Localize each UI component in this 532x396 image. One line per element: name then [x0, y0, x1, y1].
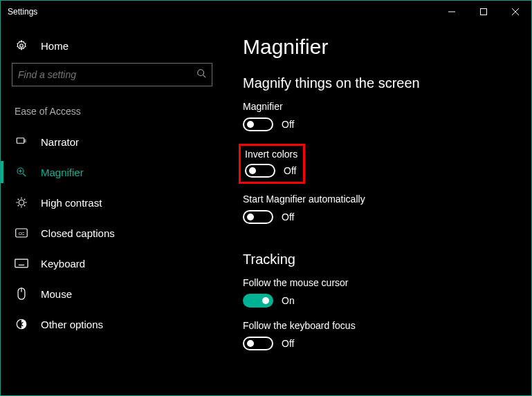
setting-follow-mouse: Follow the mouse cursor On [243, 277, 517, 308]
svg-line-9 [23, 173, 26, 176]
titlebar: Settings [1, 1, 531, 23]
toggle-row: Off [243, 117, 517, 131]
setting-label: Start Magnifier automatically [243, 194, 517, 205]
svg-point-5 [198, 70, 204, 76]
setting-label: Magnifier [243, 101, 517, 112]
high-contrast-icon [15, 196, 28, 209]
follow-keyboard-toggle[interactable] [243, 337, 273, 350]
sidebar: Home Ease of Access Narrator Magnifier [1, 23, 222, 395]
keyboard-icon [15, 258, 28, 268]
toggle-state: Off [282, 338, 294, 349]
toggle-row: On [243, 294, 517, 308]
sidebar-item-narrator[interactable]: Narrator [12, 126, 222, 157]
narrator-icon [15, 135, 28, 148]
window-title: Settings [8, 7, 436, 17]
content: Home Ease of Access Narrator Magnifier [1, 23, 531, 395]
sidebar-item-magnifier[interactable]: Magnifier [12, 157, 222, 187]
svg-line-17 [18, 199, 19, 200]
svg-line-19 [18, 205, 19, 207]
mouse-icon [15, 287, 28, 300]
svg-rect-7 [17, 138, 24, 144]
sidebar-item-other-options[interactable]: Other options [12, 309, 222, 339]
svg-line-6 [203, 75, 206, 78]
minimize-button[interactable] [436, 1, 468, 23]
page-title: Magnifier [243, 35, 517, 59]
closed-captions-icon: CC [15, 228, 28, 238]
toggle-state: On [282, 295, 295, 306]
sidebar-item-label: Magnifier [41, 167, 84, 178]
toggle-row: Off [245, 164, 297, 178]
setting-label: Follow the keyboard focus [243, 320, 517, 331]
home-label: Home [41, 40, 68, 52]
toggle-state: Off [284, 165, 296, 176]
follow-mouse-toggle[interactable] [243, 294, 273, 308]
search-icon [196, 68, 206, 81]
main-panel: Magnifier Magnify things on the screen M… [222, 23, 531, 395]
sidebar-item-label: Closed captions [41, 227, 115, 239]
sidebar-item-label: Narrator [41, 136, 79, 148]
svg-line-20 [24, 199, 26, 200]
svg-point-4 [20, 44, 24, 48]
close-button[interactable] [499, 1, 531, 23]
setting-magnifier: Magnifier Off [243, 101, 517, 131]
toggle-row: Off [243, 337, 517, 350]
auto-start-toggle[interactable] [243, 210, 273, 224]
toggle-state: Off [282, 119, 294, 130]
maximize-button[interactable] [468, 1, 499, 23]
magnifier-icon [15, 166, 28, 178]
sidebar-item-closed-captions[interactable]: CC Closed captions [12, 218, 222, 248]
setting-auto-start: Start Magnifier automatically Off [243, 194, 517, 224]
svg-line-18 [24, 205, 26, 207]
other-options-icon [15, 318, 28, 330]
sidebar-item-label: High contrast [41, 197, 102, 209]
home-button[interactable]: Home [12, 34, 222, 63]
toggle-state: Off [282, 211, 294, 223]
invert-colors-toggle[interactable] [245, 164, 275, 178]
setting-label: Invert colors [245, 149, 297, 160]
section-title-tracking: Tracking [243, 252, 517, 267]
sidebar-item-high-contrast[interactable]: High contrast [12, 187, 222, 218]
svg-rect-1 [481, 9, 487, 15]
setting-label: Follow the mouse cursor [243, 277, 517, 288]
magnifier-toggle[interactable] [243, 117, 273, 131]
setting-follow-keyboard: Follow the keyboard focus Off [243, 320, 517, 350]
sidebar-item-label: Keyboard [41, 258, 85, 270]
sidebar-item-mouse[interactable]: Mouse [12, 279, 222, 309]
svg-rect-23 [15, 259, 28, 267]
gear-icon [15, 39, 28, 52]
category-label: Ease of Access [12, 106, 222, 117]
search-input[interactable] [18, 69, 196, 80]
toggle-row: Off [243, 210, 517, 224]
sidebar-item-keyboard[interactable]: Keyboard [12, 248, 222, 279]
highlight-invert-colors: Invert colors Off [239, 144, 305, 184]
sidebar-item-label: Other options [41, 319, 103, 330]
section-title-magnify: Magnify things on the screen [243, 75, 517, 91]
svg-text:CC: CC [19, 232, 25, 236]
titlebar-controls [436, 1, 531, 23]
search-box[interactable] [12, 63, 212, 86]
sidebar-item-label: Mouse [41, 288, 72, 300]
svg-point-12 [19, 200, 24, 205]
